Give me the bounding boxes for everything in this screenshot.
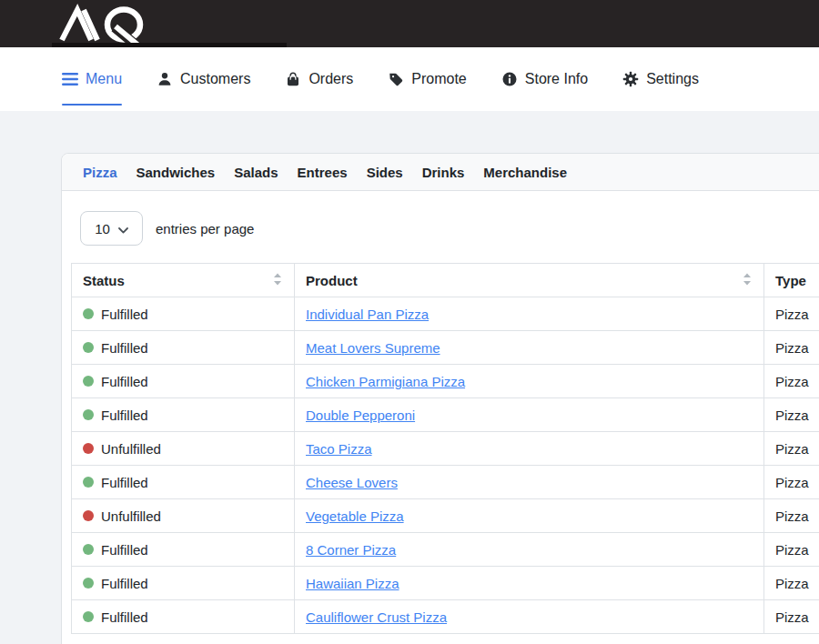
tab-drinks[interactable]: Drinks (422, 165, 465, 180)
category-tab-bar: Pizza Sandwiches Salads Entrees Sides Dr… (62, 154, 819, 191)
nav-item-menu[interactable]: Menu (62, 47, 122, 111)
status-label: Fulfilled (101, 542, 148, 558)
column-header-status[interactable]: Status (72, 264, 295, 297)
status-label: Fulfilled (101, 609, 148, 625)
table-row: Fulfilled Chicken Parmigiana Pizza Pizza (72, 365, 819, 398)
top-app-bar (0, 0, 819, 47)
nav-item-promote[interactable]: Promote (388, 47, 466, 111)
product-cell: Vegetable Pizza (295, 499, 764, 533)
table-row: Unfulfilled Vegetable Pizza Pizza (72, 499, 819, 533)
type-cell: Pizza (764, 365, 819, 398)
product-cell: Taco Pizza (295, 432, 764, 466)
status-cell: Unfulfilled (72, 432, 295, 466)
status-dot-icon (83, 409, 94, 420)
type-cell: Pizza (764, 533, 819, 567)
nav-label: Store Info (525, 71, 588, 87)
nav-label: Menu (86, 71, 122, 87)
main-navigation: Menu Customers Orders Promote (0, 47, 819, 111)
product-link[interactable]: Taco Pizza (306, 441, 372, 457)
status-label: Unfulfilled (101, 441, 161, 457)
column-label: Product (306, 273, 358, 288)
product-link[interactable]: Individual Pan Pizza (306, 307, 429, 322)
tab-entrees[interactable]: Entrees (298, 165, 348, 180)
nav-item-orders[interactable]: Orders (285, 47, 353, 111)
table-row: Fulfilled Hawaiian Pizza Pizza (72, 567, 819, 600)
status-cell: Fulfilled (72, 398, 295, 432)
tag-icon (388, 71, 404, 87)
status-dot-icon (83, 376, 94, 387)
nav-item-store-info[interactable]: Store Info (501, 47, 588, 111)
hamburger-icon (62, 73, 78, 86)
sort-icon[interactable] (272, 272, 283, 289)
status-dot-icon (83, 477, 94, 488)
gear-icon (622, 71, 639, 87)
type-cell: Pizza (764, 466, 819, 499)
status-dot-icon (83, 510, 94, 521)
product-cell: Chicken Parmigiana Pizza (295, 365, 764, 398)
status-cell: Fulfilled (72, 331, 295, 365)
status-dot-icon (83, 342, 94, 353)
column-header-type[interactable]: Type (764, 264, 819, 297)
product-link[interactable]: Double Pepperoni (306, 408, 415, 423)
nav-label: Promote (411, 71, 466, 87)
table-row: Unfulfilled Taco Pizza Pizza (72, 432, 819, 466)
product-link[interactable]: Hawaiian Pizza (306, 576, 399, 591)
status-dot-icon (83, 308, 94, 319)
type-cell: Pizza (764, 331, 819, 365)
menu-card: Pizza Sandwiches Salads Entrees Sides Dr… (61, 153, 819, 644)
products-table: Status Product (71, 263, 819, 634)
page-size-label: entries per page (156, 221, 254, 236)
type-cell: Pizza (764, 567, 819, 600)
status-label: Fulfilled (101, 340, 148, 356)
table-row: Fulfilled Double Pepperoni Pizza (72, 398, 819, 432)
status-cell: Unfulfilled (72, 499, 295, 533)
sort-icon[interactable] (742, 272, 753, 289)
status-cell: Fulfilled (72, 600, 295, 634)
product-cell: Individual Pan Pizza (295, 297, 764, 331)
tab-sandwiches[interactable]: Sandwiches (136, 165, 216, 180)
column-label: Status (83, 273, 125, 288)
info-icon (501, 71, 518, 87)
tab-salads[interactable]: Salads (234, 165, 278, 180)
tab-merchandise[interactable]: Merchandise (483, 165, 567, 180)
table-row: Fulfilled Meat Lovers Supreme Pizza (72, 331, 819, 365)
product-link[interactable]: Cheese Lovers (306, 475, 398, 490)
nav-label: Customers (180, 71, 250, 87)
table-row: Fulfilled Individual Pan Pizza Pizza (72, 297, 819, 331)
bag-icon (285, 71, 301, 87)
status-dot-icon (83, 544, 94, 555)
product-link[interactable]: 8 Corner Pizza (306, 542, 396, 558)
status-label: Unfulfilled (101, 508, 161, 524)
product-link[interactable]: Meat Lovers Supreme (306, 340, 440, 356)
status-cell: Fulfilled (72, 567, 295, 600)
column-label: Type (775, 273, 806, 288)
aiq-logo (58, 4, 160, 47)
status-label: Fulfilled (101, 576, 148, 591)
nav-item-settings[interactable]: Settings (622, 47, 699, 111)
page-size-select[interactable]: 10 (80, 211, 143, 246)
nav-label: Settings (646, 71, 699, 87)
status-dot-icon (83, 578, 94, 589)
status-label: Fulfilled (101, 408, 148, 423)
type-cell: Pizza (764, 432, 819, 466)
status-cell: Fulfilled (72, 365, 295, 398)
product-cell: 8 Corner Pizza (295, 533, 764, 567)
product-cell: Cauliflower Crust Pizza (295, 600, 764, 634)
tab-pizza[interactable]: Pizza (83, 165, 117, 180)
nav-label: Orders (308, 71, 353, 87)
product-cell: Cheese Lovers (295, 466, 764, 499)
table-header-row: Status Product (72, 264, 819, 297)
person-icon (157, 71, 173, 87)
tab-sides[interactable]: Sides (367, 165, 403, 180)
status-cell: Fulfilled (72, 466, 295, 499)
column-header-product[interactable]: Product (295, 264, 764, 297)
product-cell: Double Pepperoni (295, 398, 764, 432)
type-cell: Pizza (764, 600, 819, 634)
status-dot-icon (83, 611, 94, 622)
status-label: Fulfilled (101, 374, 148, 389)
nav-item-customers[interactable]: Customers (157, 47, 250, 111)
product-link[interactable]: Cauliflower Crust Pizza (306, 609, 447, 625)
product-link[interactable]: Chicken Parmigiana Pizza (306, 374, 465, 389)
product-link[interactable]: Vegetable Pizza (306, 508, 404, 524)
type-cell: Pizza (764, 398, 819, 432)
